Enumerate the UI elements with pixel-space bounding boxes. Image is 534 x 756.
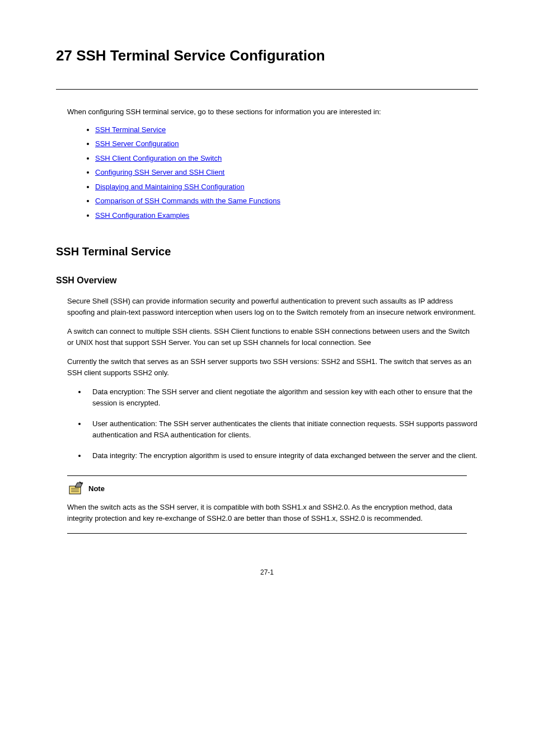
toc-link-displaying-maintaining[interactable]: Displaying and Maintaining SSH Configura… [95,183,245,191]
feature-item: Data encryption: The SSH server and clie… [87,386,478,408]
toc-item: SSH Server Configuration [95,138,478,150]
chapter-divider [56,89,478,90]
toc-item: Comparison of SSH Commands with the Same… [95,195,478,207]
toc-link-config-examples[interactable]: SSH Configuration Examples [95,211,189,220]
feature-list: Data encryption: The SSH server and clie… [87,386,478,461]
section-heading: SSH Terminal Service [56,243,478,260]
toc-item: Displaying and Maintaining SSH Configura… [95,181,478,193]
features-intro: Currently the switch that serves as an S… [67,356,478,378]
toc-link-ssh-client-config[interactable]: SSH Client Configuration on the Switch [95,154,222,162]
feature-item: User authentication: The SSH server auth… [87,418,478,440]
chapter-number: 27 [56,47,72,64]
note-label: Note [88,483,105,494]
note-divider-bottom [67,533,467,534]
toc-link-ssh-terminal-service[interactable]: SSH Terminal Service [95,125,166,134]
note-header: Note [67,482,467,496]
note-block: Note When the switch acts as the SSH ser… [67,475,467,534]
toc-item: Configuring SSH Server and SSH Client [95,167,478,178]
toc-item: SSH Client Configuration on the Switch [95,153,478,164]
chapter-title: 27 SSH Terminal Service Configuration [56,45,478,67]
overview-paragraph-2: A switch can connect to multiple SSH cli… [67,326,478,348]
note-text: When the switch acts as the SSH server, … [67,502,467,525]
note-divider-top [67,475,467,476]
toc-link-configuring-ssh[interactable]: Configuring SSH Server and SSH Client [95,168,224,176]
overview-paragraph-1: Secure Shell (SSH) can provide informati… [67,296,478,318]
chapter-title-text: SSH Terminal Service Configuration [76,47,325,64]
toc-link-ssh-server-config[interactable]: SSH Server Configuration [95,139,179,148]
feature-item: Data integrity: The encryption algorithm… [87,450,478,461]
toc-item: SSH Configuration Examples [95,210,478,221]
note-icon [67,482,85,496]
toc-link-comparison-commands[interactable]: Comparison of SSH Commands with the Same… [95,197,280,205]
toc-item: SSH Terminal Service [95,124,478,136]
intro-paragraph: When configuring SSH terminal service, g… [67,106,478,118]
subsection-heading: SSH Overview [56,274,478,287]
page-number: 27-1 [56,567,478,577]
toc-list: SSH Terminal Service SSH Server Configur… [95,124,478,221]
